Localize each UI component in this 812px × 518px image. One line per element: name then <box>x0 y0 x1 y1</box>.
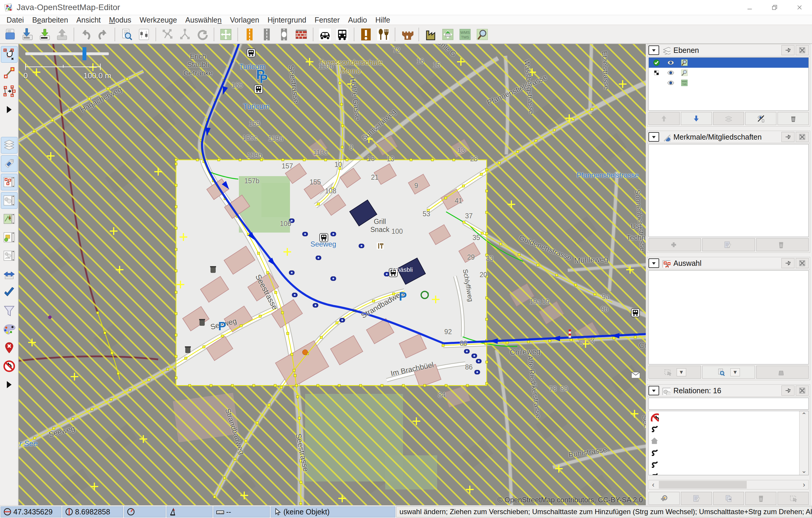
menu-werkzeuge[interactable]: Werkzeuge <box>135 15 181 25</box>
trash-button[interactable] <box>756 238 809 251</box>
visibility-eye-icon[interactable] <box>663 69 678 77</box>
car-button[interactable] <box>317 26 333 43</box>
validator-check-button[interactable] <box>1 284 18 301</box>
tags-menu-button[interactable] <box>648 132 659 142</box>
mapstyle-toggle-button[interactable] <box>1 211 18 227</box>
layer-row[interactable] <box>649 58 808 68</box>
edit-doc-button[interactable] <box>702 238 755 251</box>
layers-toggle-button[interactable] <box>1 137 18 154</box>
menu-vorlagen[interactable]: Vorlagen <box>226 15 264 25</box>
merge-nodes-button[interactable] <box>160 26 176 43</box>
road-crossing-button[interactable] <box>276 26 292 43</box>
minimize-button[interactable] <box>737 0 762 15</box>
duplicate-relation-button[interactable] <box>713 492 744 505</box>
auswähle-button[interactable]: ▼ <box>648 365 701 379</box>
wms-tms-button[interactable]: WMSTMS <box>457 26 473 43</box>
selection-pin-button[interactable] <box>781 258 794 268</box>
open-button[interactable] <box>2 26 19 43</box>
relations-vertical-scrollbar[interactable]: ⌃⌄ <box>799 411 808 475</box>
factory-button[interactable] <box>423 26 439 43</box>
menu-datei[interactable]: Datei <box>2 15 28 25</box>
download-data-button[interactable] <box>20 26 36 43</box>
menu-fenster[interactable]: Fenster <box>311 15 344 25</box>
select-relation-button[interactable] <box>778 492 809 505</box>
relation-item[interactable] <box>649 470 808 475</box>
no-left-turn-button[interactable] <box>1 358 18 375</box>
palette-button[interactable] <box>1 321 18 338</box>
menu-bearbeiten[interactable]: Bearbeiten <box>28 15 72 25</box>
authors-toggle-button[interactable] <box>1 247 18 264</box>
menu-auswählen[interactable]: Auswählen <box>181 15 226 25</box>
improve-way-button[interactable] <box>1 83 18 100</box>
menu-ansicht[interactable]: Ansicht <box>72 15 105 25</box>
edit-relation-button[interactable] <box>681 492 712 505</box>
marker-error-button[interactable] <box>1 339 18 356</box>
brick-wall-button[interactable] <box>293 26 309 43</box>
upload-button[interactable] <box>54 26 70 43</box>
expander-button[interactable] <box>1 101 18 118</box>
preferences-button[interactable] <box>136 26 152 43</box>
redo-button[interactable] <box>95 26 111 43</box>
layer-row[interactable] <box>649 68 808 78</box>
tags-pin-button[interactable] <box>781 132 794 142</box>
changeset-toggle-button[interactable] <box>1 229 18 246</box>
menu-hintergrund[interactable]: Hintergrund <box>263 15 311 25</box>
conflict-merge-button[interactable] <box>1 266 18 282</box>
draw-way-button[interactable] <box>1 64 18 81</box>
menu-hilfe[interactable]: Hilfe <box>371 15 395 25</box>
plus-button[interactable] <box>648 238 701 251</box>
road-orange-button[interactable] <box>241 26 258 43</box>
relations-toggle-button[interactable] <box>1 192 18 209</box>
chronik-button[interactable] <box>756 365 809 379</box>
layers-close-button[interactable] <box>796 45 809 55</box>
layer-row[interactable]: WMSTMS <box>649 78 808 88</box>
layers-pin-button[interactable] <box>781 45 794 55</box>
refresh-button[interactable] <box>194 26 210 43</box>
delete-relation-button[interactable] <box>745 492 776 505</box>
visibility-eye-icon[interactable] <box>663 59 678 66</box>
relations-filter-input[interactable] <box>648 398 809 410</box>
suche-button[interactable]: ▼ <box>702 365 755 379</box>
road-gray-button[interactable] <box>259 26 275 43</box>
select-tool-button[interactable] <box>1 46 18 63</box>
search-doc-button[interactable] <box>119 26 135 43</box>
add-relation-button[interactable] <box>648 492 679 505</box>
castle-button[interactable] <box>399 26 415 43</box>
restore-button[interactable] <box>762 0 787 15</box>
download-green-button[interactable] <box>37 26 53 43</box>
relation-item[interactable] <box>649 423 808 435</box>
exclamation-button[interactable] <box>358 26 374 43</box>
menu-audio[interactable]: Audio <box>344 15 371 25</box>
tags-close-button[interactable] <box>796 132 809 142</box>
expander-button[interactable] <box>1 376 18 393</box>
move-up-button[interactable] <box>648 112 679 125</box>
scroll-left-icon[interactable]: ‹ <box>649 480 658 489</box>
split-way-button[interactable] <box>177 26 193 43</box>
map-zoom-button[interactable] <box>474 26 490 43</box>
bus-button[interactable] <box>334 26 350 43</box>
move-down-button[interactable] <box>681 112 712 125</box>
scroll-down-icon[interactable]: ⌄ <box>800 467 808 475</box>
selection-menu-button[interactable] <box>648 258 659 268</box>
relation-item[interactable] <box>649 447 808 459</box>
close-button[interactable] <box>787 0 812 15</box>
map-canvas[interactable]: Erich Stäubli GetränkeTuricumTuricumPSee… <box>19 44 646 505</box>
filter-funnel-button[interactable] <box>1 303 18 319</box>
zoom-slider-handle[interactable] <box>83 47 86 60</box>
relations-horizontal-scrollbar[interactable]: ‹› <box>648 480 809 490</box>
relations-close-button[interactable] <box>796 385 809 396</box>
merge-layers-button[interactable] <box>713 112 744 125</box>
scroll-right-icon[interactable]: › <box>800 480 808 489</box>
dropdown-arrow-icon[interactable]: ▼ <box>730 368 740 376</box>
zoom-slider[interactable] <box>25 52 109 55</box>
map-move-button[interactable] <box>218 26 234 43</box>
undo-button[interactable] <box>78 26 94 43</box>
relation-item[interactable] <box>649 411 808 423</box>
restaurant-button[interactable] <box>375 26 391 43</box>
relations-menu-button[interactable] <box>648 386 659 395</box>
delete-layer-button[interactable] <box>778 112 809 125</box>
menu-modus[interactable]: Modus <box>105 15 135 25</box>
tags-toggle-button[interactable] <box>1 155 18 172</box>
selection-close-button[interactable] <box>796 258 809 268</box>
dropdown-arrow-icon[interactable]: ▼ <box>677 368 686 376</box>
